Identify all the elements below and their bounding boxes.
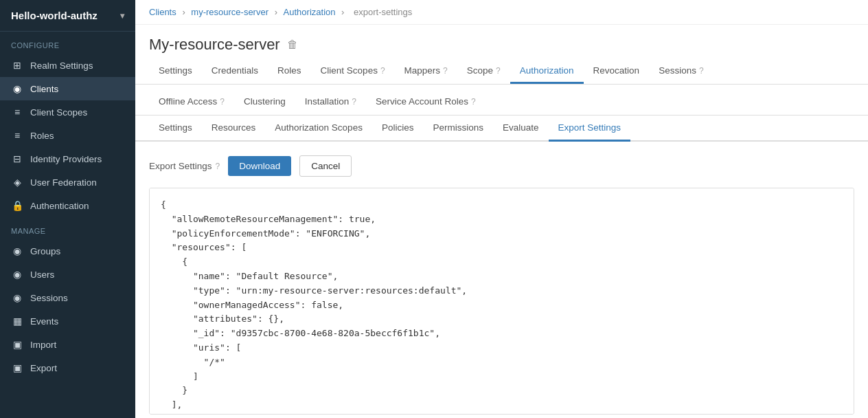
sidebar-item-label: Events [30,316,58,327]
tabs-row-1: Settings Credentials Roles Client Scopes… [135,59,868,85]
sidebar-item-label: Import [30,340,56,350]
breadcrumb-sep-1: › [182,7,187,17]
sidebar-item-label: Groups [30,246,60,256]
sidebar-item-label: Users [30,270,54,280]
tab-clustering[interactable]: Clustering [234,90,295,115]
export-settings-row: Export Settings ? Download Cancel [149,155,854,177]
sessions-icon: ◉ [11,292,23,303]
delete-icon[interactable]: 🗑 [287,38,298,51]
sidebar-item-label: User Federation [30,177,97,188]
sidebar-item-sessions[interactable]: ◉ Sessions [0,286,135,309]
sub-tab-permissions[interactable]: Permissions [423,116,493,142]
sub-tab-export-settings[interactable]: Export Settings [549,116,631,142]
tab-sessions[interactable]: Sessions ? [649,59,713,84]
json-content-box[interactable]: { "allowRemoteResourceManagement": true,… [149,188,854,415]
sidebar-item-events[interactable]: ▦ Events [0,309,135,333]
manage-section-label: Manage [0,217,135,239]
tab-service-account-roles[interactable]: Service Account Roles ? [366,90,486,115]
sidebar: Hello-world-authz ▾ Configure ⊞ Realm Se… [0,0,135,418]
help-icon: ? [352,97,356,107]
app-title: Hello-world-authz [11,10,98,21]
tab-scope[interactable]: Scope ? [457,59,510,84]
tab-installation[interactable]: Installation ? [295,90,366,115]
roles-icon: ≡ [11,130,23,141]
sidebar-item-export[interactable]: ▣ Export [0,356,135,380]
tab-roles[interactable]: Roles [268,59,311,84]
tab-offline-access[interactable]: Offline Access ? [149,90,234,115]
sidebar-item-groups[interactable]: ◉ Groups [0,239,135,263]
sidebar-item-label: Roles [30,131,54,141]
breadcrumb-resource-server[interactable]: my-resource-server [191,7,269,17]
realm-settings-icon: ⊞ [11,60,23,71]
sidebar-item-client-scopes[interactable]: ≡ Client Scopes [0,100,135,124]
tab-revocation[interactable]: Revocation [584,59,650,84]
sidebar-item-label: Identity Providers [30,154,102,164]
tab-credentials[interactable]: Credentials [202,59,268,84]
sidebar-item-user-federation[interactable]: ◈ User Federation [0,170,135,194]
identity-providers-icon: ⊟ [11,153,23,164]
client-scopes-icon: ≡ [11,107,23,118]
tab-authorization[interactable]: Authorization [510,59,584,84]
sidebar-item-label: Export [30,363,57,373]
sidebar-item-label: Client Scopes [30,107,87,118]
sidebar-item-clients[interactable]: ◉ Clients [0,77,135,100]
groups-icon: ◉ [11,245,23,256]
user-federation-icon: ◈ [11,177,23,188]
events-icon: ▦ [11,316,23,327]
cancel-button[interactable]: Cancel [299,155,352,177]
sidebar-item-label: Realm Settings [30,60,93,71]
tabs-row-2: Offline Access ? Clustering Installation… [135,90,868,116]
help-icon: ? [699,66,704,76]
breadcrumb-authorization[interactable]: Authorization [284,7,336,17]
sidebar-item-identity-providers[interactable]: ⊟ Identity Providers [0,147,135,170]
sidebar-item-realm-settings[interactable]: ⊞ Realm Settings [0,54,135,77]
tab-client-scopes[interactable]: Client Scopes ? [311,59,395,84]
breadcrumb-clients[interactable]: Clients [149,7,176,17]
tab-mappers[interactable]: Mappers ? [395,59,457,84]
authentication-icon: 🔒 [11,200,23,211]
breadcrumb-sep-2: › [275,7,280,17]
sub-tab-resources[interactable]: Resources [202,116,266,142]
sidebar-item-import[interactable]: ▣ Import [0,333,135,356]
sidebar-item-authentication[interactable]: 🔒 Authentication [0,194,135,217]
app-title-header[interactable]: Hello-world-authz ▾ [0,0,135,32]
help-icon: ? [471,97,476,107]
sub-tab-evaluate[interactable]: Evaluate [493,116,549,142]
import-icon: ▣ [11,339,23,350]
sidebar-item-label: Sessions [30,293,68,303]
breadcrumb-sep-3: › [341,7,347,17]
content-area: Export Settings ? Download Cancel { "all… [135,142,868,418]
export-icon: ▣ [11,362,23,373]
breadcrumb: Clients › my-resource-server › Authoriza… [135,0,868,25]
chevron-down-icon: ▾ [120,11,124,21]
sidebar-item-users[interactable]: ◉ Users [0,263,135,286]
sub-tab-policies[interactable]: Policies [372,116,424,142]
sidebar-item-label: Authentication [30,201,89,211]
export-settings-label: Export Settings ? [149,161,220,171]
users-icon: ◉ [11,269,23,280]
sidebar-item-roles[interactable]: ≡ Roles [0,124,135,147]
clients-icon: ◉ [11,83,23,94]
help-icon: ? [380,66,385,76]
download-button[interactable]: Download [228,156,291,176]
page-title: My-resource-server [149,36,280,54]
page-header: My-resource-server 🗑 [135,25,868,54]
help-icon: ? [443,66,448,76]
main-content: Clients › my-resource-server › Authoriza… [135,0,868,418]
help-icon: ? [220,97,225,107]
export-settings-help-icon: ? [216,162,220,171]
help-icon: ? [496,66,501,76]
sub-tab-settings[interactable]: Settings [149,116,202,142]
configure-section-label: Configure [0,32,135,54]
breadcrumb-current: export-settings [354,7,412,17]
sub-tabs-row: Settings Resources Authorization Scopes … [135,116,868,142]
sidebar-item-label: Clients [30,84,58,94]
sub-tab-authorization-scopes[interactable]: Authorization Scopes [265,116,372,142]
tab-settings[interactable]: Settings [149,59,202,84]
